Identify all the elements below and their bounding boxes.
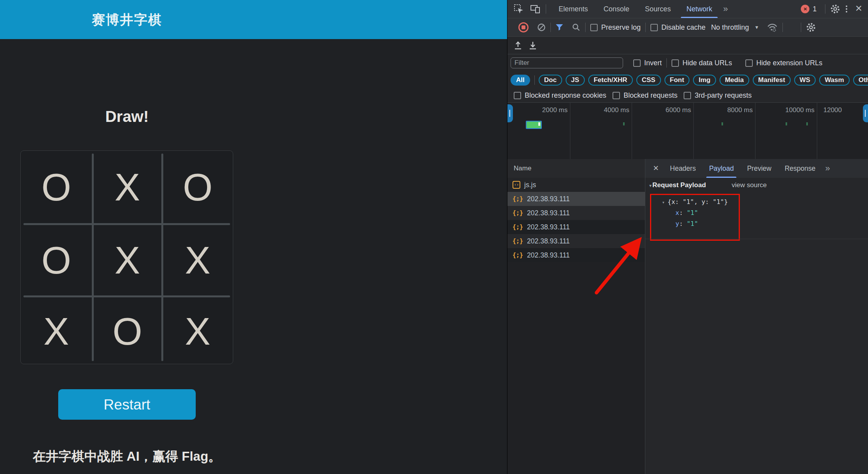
chip-manifest[interactable]: Manifest <box>753 75 791 86</box>
hide-extension-urls-label: Hide extension URLs <box>756 59 822 67</box>
table-row[interactable]: ‹› js.js <box>507 178 645 192</box>
board-cell[interactable]: O <box>41 241 71 279</box>
tab-network[interactable]: Network <box>679 0 720 18</box>
restart-button[interactable]: Restart <box>58 389 196 420</box>
chip-fetch-xhr[interactable]: Fetch/XHR <box>588 75 633 86</box>
close-devtools-icon[interactable]: × <box>853 0 868 18</box>
settings-gear-icon[interactable] <box>830 4 840 14</box>
device-toolbar-icon[interactable] <box>530 4 541 14</box>
table-row[interactable]: {;} 202.38.93.111 <box>507 234 645 248</box>
collapse-triangle-icon[interactable]: ▾ <box>649 183 652 188</box>
filter-funnel-icon[interactable] <box>555 24 563 31</box>
divider <box>534 75 535 85</box>
more-detail-tabs-icon[interactable]: » <box>822 163 833 174</box>
request-detail-body: ▾ Request Payload view source ▾{x: "1", … <box>645 178 868 474</box>
network-toolbar: Preserve log Disable cache No throttling… <box>507 18 868 37</box>
blocked-response-cookies-checkbox[interactable] <box>514 92 521 99</box>
board-cell[interactable]: O <box>41 168 71 206</box>
timeline-tick: 8000 ms <box>694 106 753 114</box>
hide-data-urls-checkbox[interactable] <box>672 59 679 67</box>
timeline-tick: 12000 <box>783 106 842 114</box>
tab-console[interactable]: Console <box>596 0 637 18</box>
search-icon[interactable] <box>572 23 580 32</box>
chip-other[interactable]: Other <box>853 75 868 86</box>
request-detail-tabbar: × Headers Payload Preview Response » <box>645 159 868 178</box>
blocked-filters-row: Blocked response cookies Blocked request… <box>507 89 868 103</box>
table-row[interactable]: {;} 202.38.93.111 <box>507 248 645 262</box>
board-cell[interactable]: X <box>114 168 140 206</box>
timeline-gridline <box>570 103 570 159</box>
game-panel: 赛博井字棋 Draw! O X O O X X X O X Restart 在井… <box>0 0 507 474</box>
blocked-requests-checkbox[interactable] <box>613 92 620 99</box>
table-row[interactable]: {;} 202.38.93.111 <box>507 206 645 220</box>
third-party-requests-label: 3rd-party requests <box>695 91 752 100</box>
chip-font[interactable]: Font <box>664 75 690 86</box>
chip-wasm[interactable]: Wasm <box>819 75 849 86</box>
tab-elements[interactable]: Elements <box>551 0 596 18</box>
table-row-selected[interactable]: {;} 202.38.93.111 <box>507 192 645 206</box>
board-cell[interactable]: O <box>183 168 213 206</box>
preserve-log-checkbox[interactable] <box>590 24 598 31</box>
tic-tac-toe-board: O X O O X X X O X <box>20 150 233 364</box>
disable-cache-checkbox[interactable] <box>650 24 658 31</box>
divider <box>666 58 667 68</box>
request-name: 202.38.93.111 <box>527 237 570 245</box>
chip-css[interactable]: CSS <box>636 75 661 86</box>
name-column-header[interactable]: Name <box>507 159 645 178</box>
board-cell[interactable]: X <box>43 312 69 351</box>
tab-headers[interactable]: Headers <box>663 159 702 178</box>
timeline-request-bar[interactable] <box>526 121 542 129</box>
chip-doc[interactable]: Doc <box>539 75 562 86</box>
import-har-icon[interactable] <box>514 41 522 50</box>
request-name: 202.38.93.111 <box>527 223 570 231</box>
request-name: 202.38.93.111 <box>527 251 570 259</box>
invert-label: Invert <box>644 59 662 67</box>
timeline-request-dot <box>722 122 723 125</box>
table-row[interactable]: {;} 202.38.93.111 <box>507 220 645 234</box>
close-detail-icon[interactable]: × <box>645 163 663 174</box>
board-gridline <box>161 154 163 361</box>
timeline-tick: 4000 ms <box>571 106 629 114</box>
tab-payload[interactable]: Payload <box>702 159 740 178</box>
board-cell[interactable]: X <box>114 241 140 279</box>
game-status-text: Draw! <box>0 108 254 125</box>
network-overview-timeline[interactable]: 2000 ms 4000 ms 6000 ms 8000 ms 10000 ms… <box>507 103 868 159</box>
tab-sources[interactable]: Sources <box>637 0 679 18</box>
inspect-element-icon[interactable] <box>514 4 524 14</box>
throttling-dropdown[interactable]: No throttling ▼ <box>711 23 759 32</box>
view-source-link[interactable]: view source <box>732 181 767 189</box>
timeline-tick: 2000 ms <box>509 106 568 114</box>
more-tabs-icon[interactable]: » <box>720 4 731 14</box>
clear-network-log-icon[interactable] <box>537 23 546 32</box>
chip-media[interactable]: Media <box>720 75 749 86</box>
error-badge-icon[interactable]: × <box>801 5 809 13</box>
kebab-menu-icon[interactable] <box>840 5 853 13</box>
export-har-icon[interactable] <box>529 41 537 50</box>
chip-img[interactable]: Img <box>693 75 716 86</box>
network-conditions-icon[interactable] <box>767 23 778 32</box>
filter-input[interactable] <box>511 57 623 68</box>
chip-ws[interactable]: WS <box>794 75 816 86</box>
board-gridline <box>23 295 230 297</box>
chip-js[interactable]: JS <box>566 75 585 86</box>
timeline-right-handle[interactable] <box>863 104 868 122</box>
hide-data-urls-label: Hide data URLs <box>682 59 732 67</box>
timeline-left-handle[interactable] <box>507 104 513 122</box>
network-settings-gear-icon[interactable] <box>806 22 816 32</box>
chip-all[interactable]: All <box>511 75 530 86</box>
request-name: 202.38.93.111 <box>527 195 570 203</box>
timeline-gridline <box>693 103 694 159</box>
board-cell[interactable]: O <box>113 312 142 351</box>
tab-preview[interactable]: Preview <box>740 159 778 178</box>
error-count: 1 <box>813 5 816 13</box>
disable-cache-label: Disable cache <box>661 23 705 32</box>
board-cell[interactable]: X <box>185 241 210 279</box>
record-network-log-icon[interactable] <box>518 22 529 32</box>
devtools-panel: Elements Console Sources Network » × 1 × <box>507 0 868 474</box>
tab-response[interactable]: Response <box>778 159 822 178</box>
board-cell[interactable]: X <box>185 312 210 351</box>
third-party-requests-checkbox[interactable] <box>684 92 691 99</box>
hide-extension-urls-checkbox[interactable] <box>745 59 753 67</box>
divider <box>645 23 646 32</box>
invert-checkbox[interactable] <box>633 59 641 67</box>
